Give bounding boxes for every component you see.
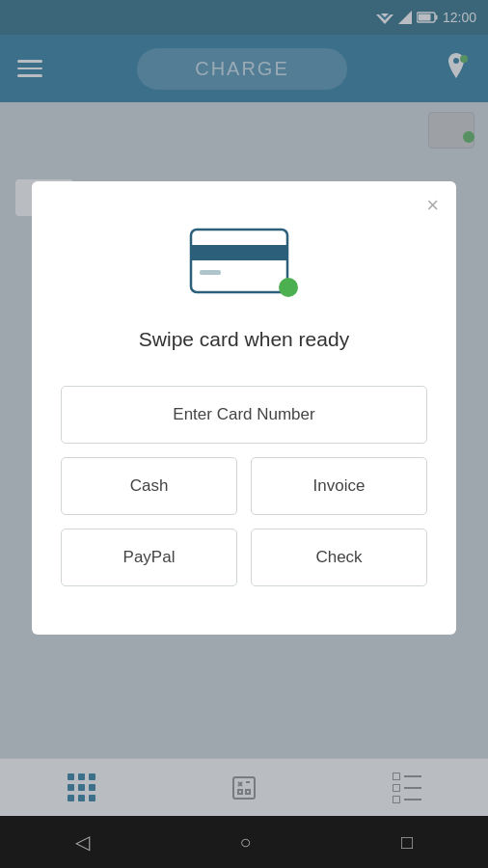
paypal-button[interactable]: PayPal: [61, 529, 237, 586]
modal-overlay: × Swipe card when ready Enter Card Numbe…: [0, 0, 488, 816]
android-nav-bar: ◁ ○ □: [0, 816, 488, 868]
payment-modal: × Swipe card when ready Enter Card Numbe…: [32, 181, 456, 635]
card-illustration: [186, 220, 302, 307]
credit-card-icon: [186, 220, 292, 297]
swipe-instruction-text: Swipe card when ready: [139, 328, 349, 351]
close-button[interactable]: ×: [426, 195, 439, 216]
svg-rect-15: [191, 245, 287, 260]
back-button[interactable]: ◁: [75, 830, 90, 854]
cash-button[interactable]: Cash: [61, 457, 237, 515]
svg-rect-16: [200, 270, 221, 275]
recent-button[interactable]: □: [401, 831, 413, 854]
svg-rect-14: [191, 230, 287, 292]
check-button[interactable]: Check: [251, 529, 427, 586]
enter-card-number-button[interactable]: Enter Card Number: [61, 386, 427, 444]
home-button[interactable]: ○: [239, 831, 251, 854]
invoice-button[interactable]: Invoice: [251, 457, 427, 515]
card-connected-dot: [279, 278, 298, 297]
payment-options-row-2: PayPal Check: [61, 529, 427, 586]
payment-options-row-1: Cash Invoice: [61, 457, 427, 515]
